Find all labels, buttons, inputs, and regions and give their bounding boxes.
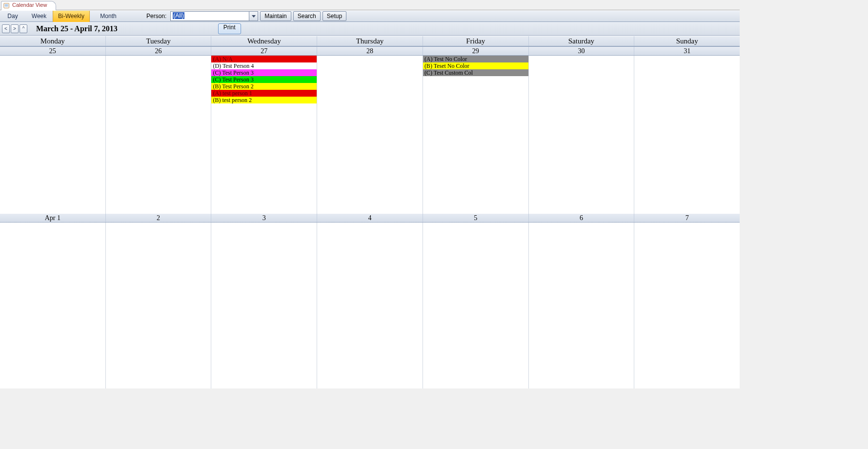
week1-body: (A) N/A(D) Test Person 4(C) Test Person … <box>0 56 740 214</box>
date-cell[interactable]: 7 <box>634 214 740 222</box>
print-button[interactable]: Print <box>218 23 241 34</box>
next-button[interactable]: > <box>11 24 19 33</box>
date-cell[interactable]: 25 <box>0 47 106 55</box>
calendar-event[interactable]: (B) Teset No Color <box>423 62 528 69</box>
prev-button[interactable]: < <box>2 24 10 33</box>
date-cell[interactable]: 5 <box>423 214 529 222</box>
date-range-label: March 25 - April 7, 2013 <box>36 24 118 33</box>
tab-label: Calendar View <box>12 2 47 8</box>
day-cell[interactable] <box>529 56 635 214</box>
calendar-event[interactable]: (B) test person 2 <box>211 97 317 103</box>
date-cell[interactable]: 2 <box>106 214 212 222</box>
maintain-button[interactable]: Maintain <box>260 11 291 21</box>
day-cell[interactable] <box>317 223 423 388</box>
view-toolbar: Day Week Bi-Weekly Month Person: (All) M… <box>0 10 740 22</box>
calendar-event[interactable]: (C) Test Person 3 <box>211 76 317 83</box>
calendar-event[interactable]: (C) Test Person 3 <box>211 69 317 76</box>
week2-body <box>0 223 740 388</box>
search-button[interactable]: Search <box>293 11 321 21</box>
day-cell[interactable] <box>317 56 423 214</box>
person-dropdown-button[interactable] <box>249 11 258 21</box>
day-cell[interactable] <box>423 223 529 388</box>
day-cell[interactable] <box>106 223 212 388</box>
day-cell[interactable] <box>211 223 317 388</box>
day-cell[interactable] <box>529 223 635 388</box>
date-cell[interactable]: 29 <box>423 47 529 55</box>
person-combobox[interactable]: (All) <box>170 11 258 21</box>
date-cell[interactable]: 6 <box>529 214 635 222</box>
dayname-fri: Friday <box>423 36 529 46</box>
day-cell[interactable] <box>634 56 740 214</box>
date-cell[interactable]: 26 <box>106 47 212 55</box>
calendar-event[interactable]: (C) Test Custom Col <box>423 69 528 76</box>
day-cell[interactable] <box>0 223 106 388</box>
dayname-sun: Sunday <box>634 36 740 46</box>
view-month-button[interactable]: Month <box>90 11 127 22</box>
calendar-event[interactable]: (B) Test Person 2 <box>211 83 317 90</box>
up-button[interactable]: ^ <box>20 24 27 33</box>
calendar-event[interactable]: (D) Test Person 4 <box>211 62 317 69</box>
person-input[interactable]: (All) <box>170 11 249 21</box>
date-cell[interactable]: 27 <box>211 47 317 55</box>
date-cell[interactable]: 4 <box>317 214 423 222</box>
day-cell[interactable] <box>634 223 740 388</box>
person-value: (All) <box>173 12 184 19</box>
dayname-mon: Monday <box>0 36 106 46</box>
calendar-event[interactable]: (A) Test No Color <box>423 56 528 62</box>
day-cell[interactable]: (A) Test No Color(B) Teset No Color(C) T… <box>423 56 529 214</box>
dayname-tue: Tuesday <box>106 36 212 46</box>
setup-button[interactable]: Setup <box>323 11 346 21</box>
view-biweekly-button[interactable]: Bi-Weekly <box>53 11 90 22</box>
date-cell[interactable]: 28 <box>317 47 423 55</box>
view-day-button[interactable]: Day <box>0 11 25 22</box>
nav-bar: < > ^ March 25 - April 7, 2013 Print <box>0 22 740 36</box>
date-cell[interactable]: 31 <box>634 47 740 55</box>
tab-strip: Calendar View <box>0 0 740 10</box>
calendar-event[interactable]: (A) N/A <box>211 56 317 62</box>
week2-date-row: Apr 1 2 3 4 5 6 7 <box>0 214 740 223</box>
day-name-header: Monday Tuesday Wednesday Thursday Friday… <box>0 36 740 46</box>
dayname-thu: Thursday <box>317 36 423 46</box>
tab-calendar-view[interactable]: Calendar View <box>1 1 56 10</box>
dayname-wed: Wednesday <box>211 36 317 46</box>
day-cell[interactable] <box>106 56 212 214</box>
date-cell[interactable]: 3 <box>211 214 317 222</box>
view-week-button[interactable]: Week <box>25 11 53 22</box>
person-label: Person: <box>146 13 166 20</box>
form-icon <box>3 2 10 9</box>
day-cell[interactable] <box>0 56 106 214</box>
dayname-sat: Saturday <box>529 36 635 46</box>
day-cell[interactable]: (A) N/A(D) Test Person 4(C) Test Person … <box>211 56 317 214</box>
date-cell[interactable]: Apr 1 <box>0 214 106 222</box>
week1-date-row: 25 26 27 28 29 30 31 <box>0 47 740 56</box>
date-cell[interactable]: 30 <box>529 47 635 55</box>
calendar-event[interactable]: (A) test person 1 <box>211 90 317 97</box>
